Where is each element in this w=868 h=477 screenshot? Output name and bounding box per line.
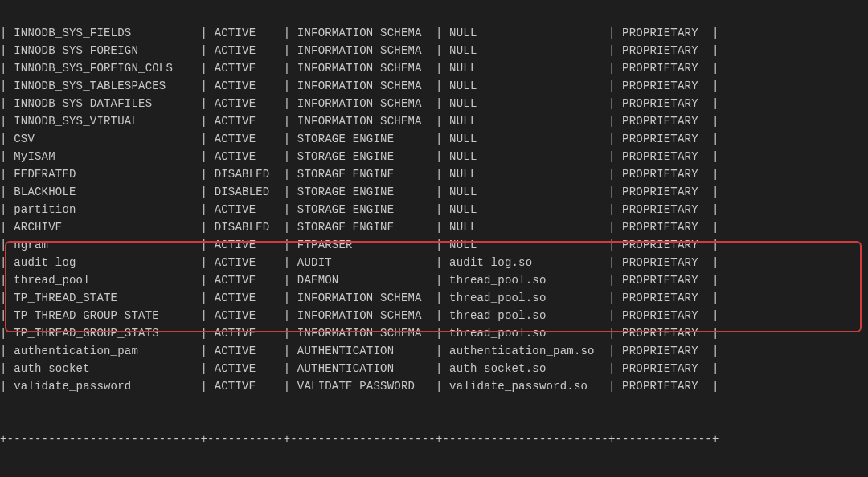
table-row: | TP_THREAD_GROUP_STATS | ACTIVE | INFOR… <box>0 324 868 342</box>
table-row: | ngram | ACTIVE | FTPARSER | NULL | PRO… <box>0 236 868 254</box>
table-row: | INNODB_SYS_TABLESPACES | ACTIVE | INFO… <box>0 77 868 95</box>
table-row: | auth_socket | ACTIVE | AUTHENTICATION … <box>0 360 868 377</box>
table-row-text: | INNODB_SYS_FIELDS | ACTIVE | INFORMATI… <box>0 24 719 42</box>
table-row-text: | auth_socket | ACTIVE | AUTHENTICATION … <box>0 360 719 377</box>
table-row-text: | INNODB_SYS_TABLESPACES | ACTIVE | INFO… <box>0 77 719 95</box>
table-row-text: | validate_password | ACTIVE | VALIDATE … <box>0 377 719 395</box>
table-row: | TP_THREAD_STATE | ACTIVE | INFORMATION… <box>0 289 868 307</box>
table-row-text: | TP_THREAD_GROUP_STATS | ACTIVE | INFOR… <box>0 324 719 342</box>
table-row-text: | INNODB_SYS_VIRTUAL | ACTIVE | INFORMAT… <box>0 112 719 130</box>
table-row: | INNODB_SYS_VIRTUAL | ACTIVE | INFORMAT… <box>0 112 868 130</box>
table-row-text: | MyISAM | ACTIVE | STORAGE ENGINE | NUL… <box>0 148 719 165</box>
table-row: | INNODB_SYS_FOREIGN | ACTIVE | INFORMAT… <box>0 42 868 59</box>
table-border-row: +----------------------------+----------… <box>0 430 868 448</box>
table-row-text: | authentication_pam | ACTIVE | AUTHENTI… <box>0 342 719 360</box>
table-row-text: | INNODB_SYS_FOREIGN | ACTIVE | INFORMAT… <box>0 42 719 59</box>
table-row: | INNODB_SYS_FOREIGN_COLS | ACTIVE | INF… <box>0 59 868 77</box>
table-row: | validate_password | ACTIVE | VALIDATE … <box>0 377 868 395</box>
table-row: | INNODB_SYS_FIELDS | ACTIVE | INFORMATI… <box>0 24 868 42</box>
table-row: | thread_pool | ACTIVE | DAEMON | thread… <box>0 271 868 289</box>
table-row: | CSV | ACTIVE | STORAGE ENGINE | NULL |… <box>0 130 868 148</box>
table-row-text: | CSV | ACTIVE | STORAGE ENGINE | NULL |… <box>0 130 719 148</box>
table-row: | BLACKHOLE | DISABLED | STORAGE ENGINE … <box>0 183 868 201</box>
table-row-text: | TP_THREAD_STATE | ACTIVE | INFORMATION… <box>0 289 719 307</box>
table-row: | FEDERATED | DISABLED | STORAGE ENGINE … <box>0 165 868 183</box>
table-row: | INNODB_SYS_DATAFILES | ACTIVE | INFORM… <box>0 95 868 112</box>
table-row-text: | thread_pool | ACTIVE | DAEMON | thread… <box>0 271 719 289</box>
table-row-text: | BLACKHOLE | DISABLED | STORAGE ENGINE … <box>0 183 719 201</box>
table-row-text: | INNODB_SYS_FOREIGN_COLS | ACTIVE | INF… <box>0 59 719 77</box>
table-row-text: | ARCHIVE | DISABLED | STORAGE ENGINE | … <box>0 218 719 236</box>
table-row-text: | audit_log | ACTIVE | AUDIT | audit_log… <box>0 254 719 271</box>
table-row-text: | TP_THREAD_GROUP_STATE | ACTIVE | INFOR… <box>0 307 719 324</box>
table-row-text: | ngram | ACTIVE | FTPARSER | NULL | PRO… <box>0 236 719 254</box>
table-row-text: | FEDERATED | DISABLED | STORAGE ENGINE … <box>0 165 719 183</box>
table-row-text: | INNODB_SYS_DATAFILES | ACTIVE | INFORM… <box>0 95 719 112</box>
table-row: | audit_log | ACTIVE | AUDIT | audit_log… <box>0 254 868 271</box>
table-row: | authentication_pam | ACTIVE | AUTHENTI… <box>0 342 868 360</box>
table-row: | MyISAM | ACTIVE | STORAGE ENGINE | NUL… <box>0 148 868 165</box>
table-row: | TP_THREAD_GROUP_STATE | ACTIVE | INFOR… <box>0 307 868 324</box>
table-row: | partition | ACTIVE | STORAGE ENGINE | … <box>0 201 868 218</box>
terminal-output: | INNODB_SYS_FIELDS | ACTIVE | INFORMATI… <box>0 0 868 477</box>
table-row: | ARCHIVE | DISABLED | STORAGE ENGINE | … <box>0 218 868 236</box>
table-row-text: | partition | ACTIVE | STORAGE ENGINE | … <box>0 201 719 218</box>
